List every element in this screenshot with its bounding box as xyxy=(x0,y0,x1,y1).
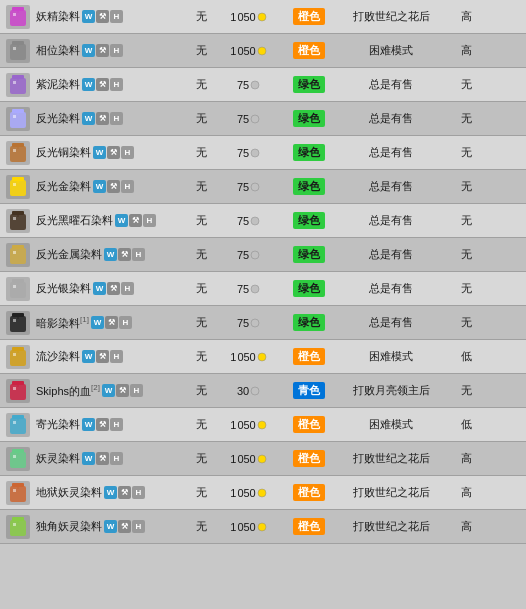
craft-col: 无 xyxy=(186,247,216,262)
item-name-col: 反光黑曜石染料 W⚒H xyxy=(36,213,186,228)
item-icon-links[interactable]: W⚒H xyxy=(82,350,123,363)
availability-text: 打败世纪之花后 xyxy=(353,520,430,532)
item-icon-col xyxy=(0,275,36,303)
craft-col: 无 xyxy=(186,315,216,330)
rarity-badge: 橙色 xyxy=(293,42,325,59)
rarity-col: 绿色 xyxy=(281,144,336,161)
item-name-text: 反光染料 xyxy=(36,111,80,126)
craft-text: 无 xyxy=(196,452,207,464)
craft-col: 无 xyxy=(186,281,216,296)
price-col: 75 xyxy=(216,317,281,329)
rarity-col: 青色 xyxy=(281,382,336,399)
rarity-col: 橙色 xyxy=(281,484,336,501)
price-sub: 050 xyxy=(237,351,255,363)
item-icon-col xyxy=(0,377,36,405)
price-main: 1 xyxy=(230,419,236,431)
availability-text: 打败世纪之花后 xyxy=(353,486,430,498)
table-row: 相位染料 W⚒H 无 1 050 橙色 困难模式 高 xyxy=(0,34,526,68)
difficulty-text: 低 xyxy=(461,418,472,430)
item-name-text: 妖精染料 xyxy=(36,9,80,24)
item-icon-links[interactable]: W⚒H xyxy=(82,452,123,465)
item-name-text: 寄光染料 xyxy=(36,417,80,432)
availability-text: 总是有售 xyxy=(369,112,413,124)
table-row: 反光铜染料 W⚒H 无 75 绿色 总是有售 无 xyxy=(0,136,526,170)
svg-rect-15 xyxy=(13,81,16,84)
price-col: 75 xyxy=(216,79,281,91)
item-name-text: 反光银染料 xyxy=(36,281,91,296)
item-icon-links[interactable]: W⚒H xyxy=(93,180,134,193)
difficulty-text: 低 xyxy=(461,350,472,362)
item-name-col: 相位染料 W⚒H xyxy=(36,43,186,58)
svg-rect-22 xyxy=(17,113,19,115)
difficulty-text: 高 xyxy=(461,486,472,498)
availability-text: 总是有售 xyxy=(369,146,413,158)
svg-rect-28 xyxy=(17,147,19,149)
rarity-col: 绿色 xyxy=(281,314,336,331)
svg-rect-16 xyxy=(17,79,19,81)
difficulty-col: 低 xyxy=(446,417,486,432)
item-icon-links[interactable]: W⚒H xyxy=(102,384,143,397)
availability-text: 打败世纪之花后 xyxy=(353,452,430,464)
item-icon-links[interactable]: W⚒H xyxy=(82,112,123,125)
svg-point-17 xyxy=(251,81,259,89)
item-icon-links[interactable]: W⚒H xyxy=(104,248,145,261)
availability-col: 总是有售 xyxy=(336,145,446,160)
table-row: 地狱妖灵染料 W⚒H 无 1 050 橙色 打败世纪之花后 高 xyxy=(0,476,526,510)
item-icon-links[interactable]: W⚒H xyxy=(91,316,132,329)
difficulty-col: 高 xyxy=(446,43,486,58)
item-name-col: 妖精染料 W⚒H xyxy=(36,9,186,24)
item-icon-links[interactable]: W⚒H xyxy=(82,418,123,431)
craft-text: 无 xyxy=(196,78,207,90)
availability-col: 总是有售 xyxy=(336,281,446,296)
craft-text: 无 xyxy=(196,10,207,22)
svg-rect-93 xyxy=(13,523,16,526)
difficulty-col: 高 xyxy=(446,9,486,24)
item-icon-links[interactable]: W⚒H xyxy=(82,10,123,23)
item-icon-col xyxy=(0,71,36,99)
availability-col: 总是有售 xyxy=(336,77,446,92)
price-col: 1 050 xyxy=(216,453,281,465)
difficulty-col: 无 xyxy=(446,77,486,92)
item-icon-links[interactable]: W⚒H xyxy=(82,44,123,57)
difficulty-col: 高 xyxy=(446,451,486,466)
table-row: 流沙染料 W⚒H 无 1 050 橙色 困难模式 低 xyxy=(0,340,526,374)
rarity-badge: 橙色 xyxy=(293,484,325,501)
price-col: 75 xyxy=(216,249,281,261)
price-sub: 050 xyxy=(237,419,255,431)
svg-point-35 xyxy=(251,183,259,191)
item-icon-col xyxy=(0,309,36,337)
item-icon-links[interactable]: W⚒H xyxy=(93,282,134,295)
availability-col: 困难模式 xyxy=(336,417,446,432)
item-icon-col xyxy=(0,37,36,65)
craft-text: 无 xyxy=(196,44,207,56)
rarity-badge: 绿色 xyxy=(293,110,325,127)
svg-rect-33 xyxy=(13,183,16,186)
svg-rect-57 xyxy=(13,319,16,322)
rarity-badge: 青色 xyxy=(293,382,325,399)
item-name-col: 反光金染料 W⚒H xyxy=(36,179,186,194)
item-icon-links[interactable]: W⚒H xyxy=(115,214,156,227)
availability-col: 总是有售 xyxy=(336,213,446,228)
item-name-col: 反光铜染料 W⚒H xyxy=(36,145,186,160)
item-icon-links[interactable]: W⚒H xyxy=(93,146,134,159)
difficulty-text: 高 xyxy=(461,452,472,464)
difficulty-text: 无 xyxy=(461,282,472,294)
item-icon-links[interactable]: W⚒H xyxy=(104,486,145,499)
availability-text: 总是有售 xyxy=(369,78,413,90)
rarity-col: 橙色 xyxy=(281,348,336,365)
difficulty-text: 无 xyxy=(461,384,472,396)
price-sub: 050 xyxy=(237,453,255,465)
craft-text: 无 xyxy=(196,350,207,362)
table-row: 反光银染料 W⚒H 无 75 绿色 总是有售 无 xyxy=(0,272,526,306)
price-sub: 75 xyxy=(237,249,249,261)
rarity-badge: 橙色 xyxy=(293,348,325,365)
svg-rect-9 xyxy=(13,47,16,50)
price-col: 75 xyxy=(216,283,281,295)
item-name-text: 地狱妖灵染料 xyxy=(36,485,102,500)
difficulty-text: 无 xyxy=(461,248,472,260)
svg-point-53 xyxy=(251,285,259,293)
item-icon-links[interactable]: W⚒H xyxy=(82,78,123,91)
item-icon-links[interactable]: W⚒H xyxy=(104,520,145,533)
availability-col: 打败世纪之花后 xyxy=(336,485,446,500)
rarity-badge: 绿色 xyxy=(293,246,325,263)
